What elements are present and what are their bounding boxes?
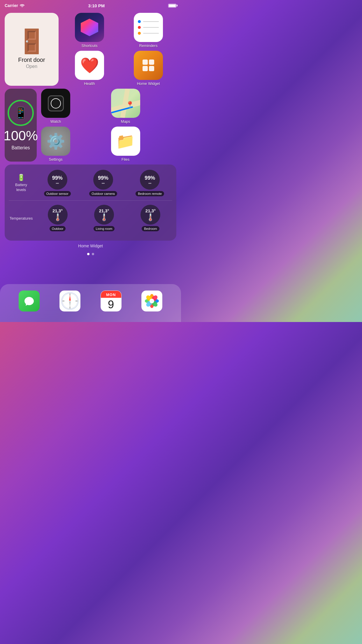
- hw-temp-item-1: 21,3° 🌡️ Outdoor: [48, 205, 68, 231]
- cal-day-container: 9: [108, 298, 114, 311]
- watch-face: [48, 95, 64, 111]
- health-icon: ❤️: [75, 51, 104, 80]
- photos-icon: [141, 290, 162, 312]
- hw-cell2: [149, 60, 154, 65]
- battery-fill: [169, 4, 176, 7]
- temp-items: 21,3° 🌡️ Outdoor 21,3° 🌡️ Living room: [36, 205, 172, 231]
- hw-thermometer-2: 🌡️: [100, 213, 108, 221]
- dock: MON 9: [0, 284, 181, 322]
- messages-dock-icon[interactable]: [19, 290, 40, 312]
- photos-dock-icon[interactable]: [141, 290, 162, 312]
- maps-pin: 📍: [126, 101, 134, 109]
- front-door-widget[interactable]: 🚪 Front door Open: [5, 13, 59, 86]
- home-widget-small-app[interactable]: Home Widget: [120, 51, 176, 86]
- dot-2: [92, 253, 94, 255]
- health-label: Health: [84, 81, 95, 86]
- cal-day-label: 9: [108, 298, 114, 311]
- hw-temp-item-2: 21,3° 🌡️ Living room: [94, 205, 115, 231]
- carrier-label: Carrier: [5, 3, 18, 8]
- settings-icon: ⚙️: [41, 127, 70, 156]
- battery-section: 🔋 Batterylevels: [9, 174, 34, 192]
- settings-app[interactable]: ⚙️ Settings: [40, 127, 72, 162]
- compass-ticks: [61, 293, 78, 309]
- shortcuts-label: Shortcuts: [82, 43, 98, 48]
- hw-bat-icon-1: ▬: [56, 181, 59, 184]
- battery-items: 99% ▬ Outdoor sensor 99% ▬ Outdoor camer…: [36, 170, 172, 196]
- watch-label: Watch: [50, 119, 61, 124]
- hw-thermometer-1: 🌡️: [53, 213, 62, 221]
- hw-circle-1: 99% ▬: [48, 170, 67, 190]
- hw-temp-badge-3: Bedroom: [142, 226, 159, 231]
- heart-icon: ❤️: [80, 57, 99, 74]
- hw-battery-item-1: 99% ▬ Outdoor sensor: [44, 170, 71, 196]
- battery-ring: 📱: [8, 100, 34, 126]
- svg-marker-5: [69, 295, 71, 301]
- hw-cell1: [143, 60, 148, 65]
- files-app[interactable]: 📁 Files: [75, 127, 176, 162]
- row1: 🚪 Front door Open Shortcuts Reminders: [5, 13, 176, 86]
- settings-label: Settings: [49, 157, 63, 162]
- hw-bat-icon-2: ▬: [102, 181, 105, 184]
- cal-month-label: MON: [101, 291, 121, 298]
- health-app[interactable]: ❤️ Health: [61, 51, 117, 86]
- dot-1: [87, 253, 89, 255]
- safari-inner: [60, 291, 80, 311]
- battery-charging-icon: 🔋: [17, 174, 25, 181]
- home-widget-grid: [141, 58, 156, 73]
- hw-temp-circle-1: 21,3° 🌡️: [48, 205, 68, 225]
- hw-temp-circle-3: 21,3° 🌡️: [140, 205, 160, 225]
- batteries-label: Batteries: [11, 145, 30, 150]
- watch-app[interactable]: Watch: [40, 89, 72, 124]
- battery-levels-row: 🔋 Batterylevels 99% ▬ Outdoor sensor: [9, 170, 172, 196]
- reminders-lines: [134, 17, 163, 38]
- home-widget-large[interactable]: 🔋 Batterylevels 99% ▬ Outdoor sensor: [5, 164, 176, 241]
- row2-grid: Watch 📍 Maps 📱 10: [5, 89, 176, 162]
- hw-temp-badge-1: Outdoor: [50, 226, 66, 231]
- hw-badge-1: Outdoor sensor: [44, 191, 71, 196]
- calendar-dock-icon[interactable]: MON 9: [101, 290, 122, 312]
- home-widget-small-label: Home Widget: [137, 81, 160, 86]
- temp-section: Temperatures: [9, 216, 34, 221]
- reminders-app[interactable]: Reminders: [120, 13, 176, 48]
- status-left: Carrier: [5, 3, 25, 8]
- temp-section-label: Temperatures: [10, 216, 33, 220]
- temp-row: Temperatures 21,3° 🌡️ Outdoor 21,3°: [9, 205, 172, 231]
- battery-percent: 100%: [3, 129, 38, 142]
- battery-phone-icon: 📱: [14, 106, 28, 119]
- reminders-icon: [134, 13, 163, 42]
- hw-cell4: [149, 66, 154, 71]
- status-bar: Carrier 3:10 PM: [0, 0, 181, 10]
- maps-label: Maps: [121, 119, 130, 124]
- door-title: Front door: [18, 57, 45, 63]
- shortcuts-icon: [75, 13, 104, 42]
- hw-temp-badge-2: Living room: [94, 226, 115, 231]
- folder-icon: 📁: [116, 132, 135, 150]
- maps-inner: 📍: [111, 89, 140, 118]
- files-label: Files: [122, 157, 129, 162]
- battery-icon: [168, 4, 176, 8]
- hw-badge-2: Outdoor camera: [89, 191, 117, 196]
- hw-temp-circle-2: 21,3° 🌡️: [94, 205, 114, 225]
- safari-icon: [59, 290, 80, 312]
- safari-dock-icon[interactable]: [59, 290, 80, 312]
- hw-temp-val-3: 21,3°: [145, 208, 156, 213]
- hw-circle-3: 99% ▬: [140, 170, 160, 190]
- battery-section-label: Batterylevels: [15, 183, 27, 192]
- reminders-label: Reminders: [139, 43, 158, 48]
- shortcuts-app[interactable]: Shortcuts: [61, 13, 117, 48]
- maps-app[interactable]: 📍 Maps: [75, 89, 176, 124]
- gear-icon: ⚙️: [46, 132, 65, 150]
- home-widget-small-icon: [134, 51, 163, 80]
- door-status: Open: [26, 64, 37, 69]
- time-label: 3:10 PM: [88, 3, 105, 8]
- hw-badge-3: Bedroom remote: [136, 191, 164, 196]
- hw-temp-item-3: 21,3° 🌡️ Bedroom: [140, 205, 160, 231]
- page-dots: [5, 253, 176, 255]
- hw-battery-item-3: 99% ▬ Bedroom remote: [136, 170, 164, 196]
- status-right: [168, 4, 176, 8]
- door-icon: 🚪: [17, 30, 46, 53]
- messages-icon: [19, 290, 40, 312]
- wifi-icon: [20, 3, 25, 8]
- batteries-widget[interactable]: 📱 100% Batteries: [5, 89, 37, 162]
- calendar-icon: MON 9: [101, 290, 122, 312]
